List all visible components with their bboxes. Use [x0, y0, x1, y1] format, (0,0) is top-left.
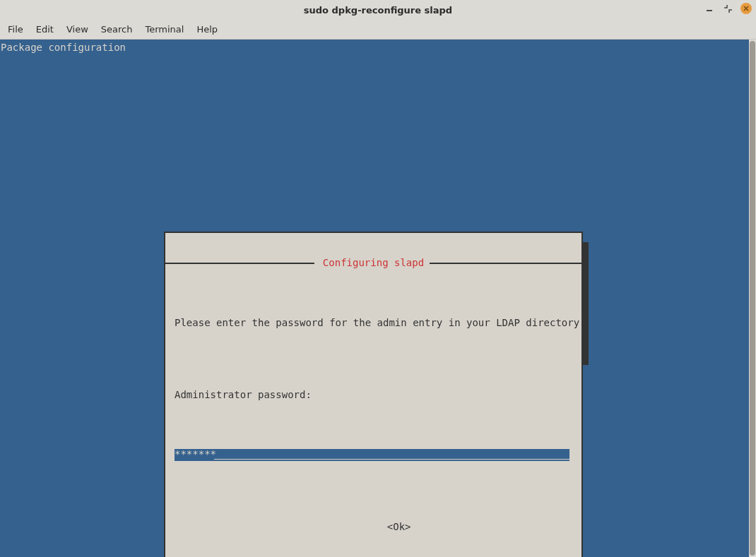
terminal-area: Package configuration Configuring slapd …: [0, 40, 756, 557]
dialog-title-line: [165, 263, 323, 264]
ok-button[interactable]: <Ok>: [387, 521, 411, 533]
blank-line: [175, 353, 572, 365]
dialog-prompt: Please enter the password for the admin …: [175, 317, 572, 329]
config-dialog: Configuring slapd Please enter the passw…: [164, 232, 583, 557]
maximize-button[interactable]: [722, 3, 733, 14]
maximize-icon: [724, 5, 732, 13]
password-underline: [214, 459, 569, 460]
password-value: *******: [175, 448, 216, 460]
window-title: sudo dpkg-reconfigure slapd: [304, 5, 452, 16]
svg-rect-0: [707, 10, 712, 11]
dialog-field-label: Administrator password:: [175, 389, 572, 401]
dialog-title: Configuring slapd: [314, 257, 432, 269]
scrollbar[interactable]: [749, 40, 756, 557]
menubar: File Edit View Search Terminal Help: [0, 20, 756, 40]
scrollbar-thumb[interactable]: [750, 41, 755, 556]
dialog-body: Please enter the password for the admin …: [175, 293, 572, 557]
menu-help[interactable]: Help: [190, 21, 224, 37]
terminal-background[interactable]: Package configuration Configuring slapd …: [0, 40, 749, 557]
dialog-actions: <Ok>: [175, 509, 572, 545]
minimize-icon: [706, 5, 713, 12]
administrator-password-input[interactable]: *******: [175, 449, 569, 461]
minimize-button[interactable]: [704, 3, 715, 14]
window-controls: [704, 3, 752, 14]
menu-search[interactable]: Search: [95, 21, 139, 37]
close-button[interactable]: [740, 3, 752, 14]
package-configuration-label: Package configuration: [1, 42, 126, 54]
menu-edit[interactable]: Edit: [30, 21, 60, 37]
menu-file[interactable]: File: [1, 21, 30, 37]
menu-terminal[interactable]: Terminal: [138, 21, 190, 37]
titlebar: sudo dpkg-reconfigure slapd: [0, 0, 756, 20]
menu-view[interactable]: View: [60, 21, 95, 37]
dialog-title-line: [430, 263, 581, 264]
dialog-title-row: Configuring slapd: [175, 257, 572, 263]
close-icon: [743, 5, 750, 12]
